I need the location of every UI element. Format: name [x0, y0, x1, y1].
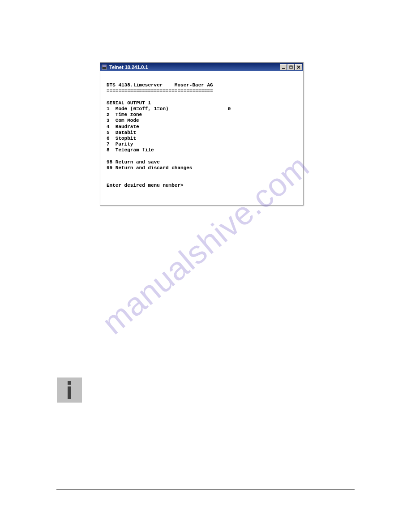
prompt-line: Enter desired menu number>	[107, 183, 184, 188]
maximize-button[interactable]	[287, 64, 295, 70]
menu-row: 99 Return and discard changes	[107, 165, 192, 171]
info-icon	[57, 378, 82, 403]
terminal-output[interactable]: DTS 4138.timeserver Moser-Baer AG ======…	[100, 71, 303, 205]
app-icon	[101, 64, 107, 70]
menu-row: 1 Mode (0=off, 1=on) 0	[107, 106, 231, 112]
window-controls	[280, 64, 302, 70]
menu-row: 2 Time zone	[107, 112, 142, 117]
section-title: SERIAL OUTPUT 1	[107, 100, 151, 106]
minimize-button[interactable]	[280, 64, 287, 70]
menu-row: 7 Parity	[107, 142, 133, 147]
header-divider: ====================================	[107, 88, 213, 94]
footer-divider	[56, 489, 355, 490]
menu-row: 98 Return and save	[107, 159, 160, 165]
window-title: Telnet 10.241.0.1	[109, 64, 280, 70]
window-titlebar[interactable]: Telnet 10.241.0.1	[100, 63, 303, 71]
menu-row: 4 Baudrate	[107, 124, 139, 129]
menu-row: 6 Stopbit	[107, 136, 136, 141]
svg-rect-2	[282, 68, 285, 69]
svg-rect-1	[103, 65, 106, 67]
close-button[interactable]	[295, 64, 302, 70]
menu-row: 8 Telegram file	[107, 147, 154, 153]
menu-row: 3 Com Mode	[107, 118, 139, 123]
telnet-window: Telnet 10.241.0.1 DTS 4138.timeserver Mo…	[100, 62, 304, 206]
svg-rect-4	[290, 66, 292, 67]
menu-row: 5 Databit	[107, 130, 136, 135]
header-line: DTS 4138.timeserver Moser-Baer AG	[107, 82, 213, 88]
